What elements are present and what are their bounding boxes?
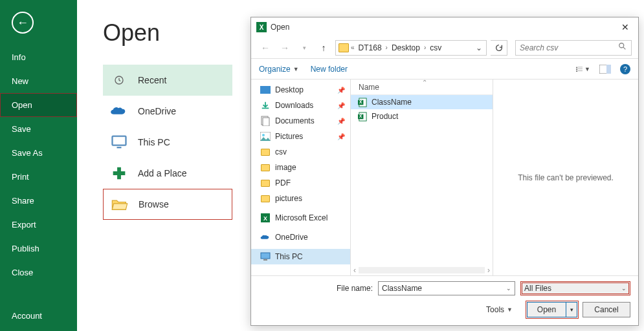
view-options-button[interactable]: ▼ [576, 63, 590, 75]
svg-rect-17 [263, 118, 269, 126]
filename-input[interactable]: ClassName ⌄ [378, 281, 515, 295]
pictures-icon [260, 131, 271, 142]
navpane-desktop[interactable]: Desktop📌 [251, 82, 350, 98]
breadcrumb-segment[interactable]: Desktop [390, 43, 422, 52]
svg-point-5 [619, 43, 624, 48]
close-button[interactable]: ✕ [617, 19, 633, 35]
navpane-downloads[interactable]: Downloads📌 [251, 98, 350, 113]
place-recent[interactable]: Recent [103, 65, 232, 96]
navpane-documents[interactable]: Documents📌 [251, 113, 350, 129]
preview-pane-button[interactable] [598, 63, 612, 75]
dialog-toolbar: Organize▼ New folder ▼ ? [251, 59, 638, 80]
sidebar-item-new[interactable]: New [0, 69, 77, 93]
svg-rect-11 [578, 70, 583, 71]
navpane-pdf[interactable]: PDF [251, 175, 350, 191]
breadcrumb[interactable]: « DT168 › Desktop › csv ⌄ [335, 40, 487, 56]
search-box[interactable] [515, 40, 632, 56]
onedrive-icon [260, 232, 271, 242]
sidebar-item-save[interactable]: Save [0, 117, 77, 141]
back-button[interactable]: ← [12, 12, 34, 34]
sidebar-item-info[interactable]: Info [0, 45, 77, 69]
sidebar-item-publish[interactable]: Publish [0, 237, 77, 261]
excel-file-icon: X [357, 111, 368, 122]
documents-icon [260, 116, 271, 126]
navpane-pictures2[interactable]: pictures [251, 191, 350, 206]
breadcrumb-segment[interactable]: DT168 [357, 43, 384, 52]
nav-forward-button[interactable]: → [277, 40, 293, 56]
place-label: Browse [139, 199, 169, 209]
navpane-excel[interactable]: X Microsoft Excel [251, 210, 350, 226]
breadcrumb-dropdown[interactable]: ⌄ [474, 43, 483, 52]
search-input[interactable] [520, 43, 618, 52]
filetype-select[interactable]: All Files ⌄ [520, 281, 630, 295]
sidebar-item-account[interactable]: Account [0, 304, 77, 328]
svg-rect-23 [263, 259, 267, 261]
sidebar-item-saveas[interactable]: Save As [0, 141, 77, 165]
nav-back-button[interactable]: ← [258, 40, 273, 56]
navpane-pictures[interactable]: Pictures📌 [251, 129, 350, 144]
sidebar-item-close[interactable]: Close [0, 261, 77, 284]
monitor-icon [109, 133, 129, 152]
svg-rect-15 [262, 108, 269, 109]
cancel-button[interactable]: Cancel [583, 302, 630, 317]
back-arrow-icon: ← [17, 17, 28, 28]
sidebar-item-share[interactable]: Share [0, 189, 77, 213]
onedrive-icon [109, 101, 129, 121]
place-label: This PC [138, 137, 170, 147]
folder-icon [260, 147, 271, 157]
nav-recent-button[interactable]: ▾ [296, 40, 312, 56]
horizontal-scrollbar[interactable]: ‹ › [351, 265, 493, 275]
tools-dropdown[interactable]: Tools ▼ [486, 305, 513, 314]
sidebar-item-open[interactable]: Open [0, 93, 77, 117]
place-addplace[interactable]: Add a Place [103, 158, 232, 189]
newfolder-button[interactable]: New folder [311, 65, 348, 74]
file-row[interactable]: X ClassName [351, 95, 493, 109]
svg-rect-2 [117, 147, 122, 148]
scroll-right-icon[interactable]: › [487, 266, 490, 275]
navpane-thispc[interactable]: This PC [251, 249, 350, 264]
pin-icon: 📌 [337, 102, 345, 109]
svg-rect-9 [578, 69, 583, 69]
refresh-button[interactable] [491, 40, 507, 56]
navpane-image[interactable]: image [251, 160, 350, 175]
clock-icon [109, 70, 129, 90]
file-list: ⌃ Name X ClassName X Product ‹ › [351, 80, 493, 275]
organize-button[interactable]: Organize▼ [259, 65, 299, 74]
file-row[interactable]: X Product [351, 109, 493, 123]
breadcrumb-segment[interactable]: csv [428, 43, 443, 52]
chevron-down-icon: ▼ [584, 66, 590, 72]
place-onedrive[interactable]: OneDrive [103, 96, 232, 127]
column-header-name[interactable]: ⌃ Name [351, 80, 493, 95]
place-label: Add a Place [138, 168, 187, 178]
pin-icon: 📌 [337, 133, 345, 140]
navpane-csv[interactable]: csv [251, 144, 350, 160]
chevron-down-icon[interactable]: ⌄ [506, 285, 511, 292]
folder-icon [260, 178, 271, 188]
preview-message: This file can't be previewed. [518, 173, 614, 182]
navigation-pane: Desktop📌 Downloads📌 Documents📌 Pictures📌… [251, 80, 351, 275]
dialog-body: Desktop📌 Downloads📌 Documents📌 Pictures📌… [251, 80, 638, 275]
chevron-down-icon: ▼ [507, 306, 513, 313]
open-dropdown-arrow[interactable]: ▾ [566, 303, 577, 317]
folder-open-icon [110, 195, 129, 214]
svg-text:X: X [263, 215, 267, 222]
dialog-bottom-bar: File name: ClassName ⌄ All Files ⌄ Tools… [251, 275, 638, 325]
svg-rect-8 [576, 69, 577, 70]
place-thispc[interactable]: This PC [103, 127, 232, 158]
sidebar-item-print[interactable]: Print [0, 165, 77, 189]
help-button[interactable]: ? [620, 64, 630, 74]
scroll-left-icon[interactable]: ‹ [353, 266, 356, 275]
sidebar-item-export[interactable]: Export [0, 213, 77, 237]
folder-icon [260, 193, 271, 204]
download-icon [260, 100, 271, 111]
navpane-onedrive[interactable]: OneDrive [251, 230, 350, 245]
open-button[interactable]: Open ▾ [527, 302, 577, 317]
filename-label: File name: [337, 284, 373, 293]
nav-up-button[interactable]: ↑ [316, 40, 331, 56]
svg-rect-7 [578, 67, 583, 67]
svg-rect-13 [606, 65, 611, 74]
svg-text:X: X [359, 114, 362, 118]
folder-icon [339, 43, 349, 52]
svg-rect-14 [260, 86, 271, 94]
place-browse[interactable]: Browse [103, 189, 232, 220]
